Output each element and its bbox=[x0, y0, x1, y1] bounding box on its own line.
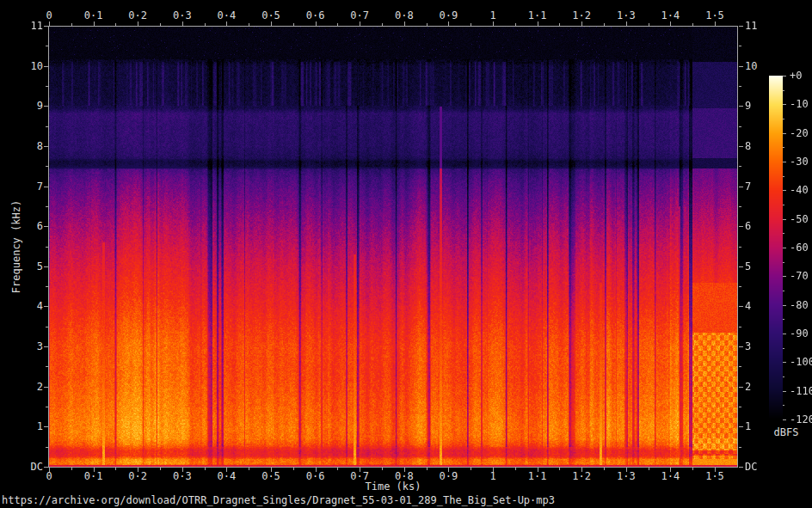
y-tick-label-left: 5 bbox=[7, 261, 43, 272]
x-minor-tick-top bbox=[471, 23, 471, 26]
colorbar-minor-tick bbox=[783, 348, 784, 349]
y-tick-label-right: 3 bbox=[745, 341, 781, 352]
colorbar-tick-label: -50 bbox=[790, 214, 812, 225]
x-tick-label-top: 1·4 bbox=[648, 10, 692, 21]
y-major-tick-left bbox=[44, 266, 48, 267]
colorbar-minor-tick bbox=[783, 405, 784, 406]
x-tick-label-top: 0·1 bbox=[71, 10, 116, 21]
x-tick-label-bottom: 1·1 bbox=[515, 471, 560, 482]
x-tick-label-bottom: 0·4 bbox=[204, 471, 249, 482]
y-tick-label-right: 7 bbox=[745, 181, 781, 193]
x-minor-tick-bottom bbox=[160, 468, 161, 470]
colorbar-tick-label: -120 bbox=[790, 414, 812, 425]
x-tick-label-top: 0·7 bbox=[337, 10, 382, 21]
y-axis-title-wrap: Frequency (kHz) bbox=[5, 26, 28, 467]
plot-frame-left bbox=[48, 26, 49, 468]
x-tick-label-bottom: 1 bbox=[471, 471, 515, 482]
x-minor-tick-top bbox=[427, 23, 428, 26]
colorbar-major-tick bbox=[783, 219, 786, 220]
x-tick-label-top: 1·1 bbox=[515, 10, 560, 21]
x-axis-title: Time (ks) bbox=[49, 481, 737, 493]
y-tick-label-right: 11 bbox=[745, 21, 781, 32]
y-minor-tick-left bbox=[46, 46, 48, 46]
plot-frame-bottom bbox=[49, 467, 738, 468]
y-major-tick-left bbox=[44, 66, 48, 67]
y-major-tick-right bbox=[739, 346, 743, 347]
y-tick-label-left: 7 bbox=[7, 181, 43, 193]
colorbar-minor-tick bbox=[783, 376, 784, 377]
colorbar-minor-tick bbox=[783, 319, 784, 320]
y-minor-tick-right bbox=[739, 166, 741, 167]
colorbar-major-tick bbox=[783, 162, 786, 162]
y-major-tick-right bbox=[739, 467, 743, 468]
x-minor-tick-top bbox=[692, 23, 693, 26]
x-minor-tick-bottom bbox=[293, 468, 294, 470]
y-tick-label-left: 8 bbox=[7, 141, 43, 152]
colorbar-gradient-canvas bbox=[769, 76, 783, 419]
y-minor-tick-left bbox=[46, 126, 48, 127]
x-major-tick-top bbox=[226, 21, 227, 26]
y-major-tick-right bbox=[739, 426, 743, 427]
y-major-tick-left bbox=[44, 426, 48, 427]
x-tick-label-top: 1·2 bbox=[559, 10, 604, 21]
colorbar-minor-tick bbox=[783, 176, 784, 177]
colorbar-minor-tick bbox=[783, 262, 784, 263]
colorbar-minor-tick bbox=[783, 90, 784, 91]
x-major-tick-top bbox=[626, 21, 627, 26]
x-minor-tick-top bbox=[205, 23, 206, 26]
colorbar-major-tick bbox=[783, 76, 786, 77]
y-major-tick-right bbox=[739, 266, 743, 267]
y-minor-tick-left bbox=[46, 286, 48, 287]
x-minor-tick-bottom bbox=[382, 468, 383, 470]
y-minor-tick-left bbox=[46, 166, 48, 167]
colorbar-major-tick bbox=[783, 362, 786, 363]
y-tick-label-left: 1 bbox=[7, 421, 43, 432]
colorbar-major-tick bbox=[783, 391, 786, 392]
colorbar-minor-tick bbox=[783, 291, 784, 291]
y-tick-label-right: 6 bbox=[745, 221, 781, 232]
y-tick-label-left: 11 bbox=[7, 21, 43, 32]
spectrogram-figure: Frequency (kHz) Time (ks) dBFS https://a… bbox=[0, 0, 812, 508]
colorbar-tick-label: -80 bbox=[790, 300, 812, 311]
x-tick-label-bottom: 0·2 bbox=[115, 471, 160, 482]
x-minor-tick-top bbox=[515, 23, 516, 26]
x-minor-tick-bottom bbox=[205, 468, 206, 470]
y-major-tick-right bbox=[739, 387, 743, 388]
x-minor-tick-bottom bbox=[427, 468, 428, 470]
colorbar-tick-label: -60 bbox=[790, 242, 812, 254]
colorbar-major-tick bbox=[783, 334, 786, 334]
y-minor-tick-right bbox=[739, 366, 741, 367]
colorbar-major-tick bbox=[783, 305, 786, 306]
x-major-tick-top bbox=[49, 21, 50, 26]
x-major-tick-top bbox=[316, 21, 317, 26]
y-axis-title: Frequency (kHz) bbox=[10, 199, 22, 292]
y-minor-tick-left bbox=[46, 247, 48, 248]
x-major-tick-top bbox=[271, 21, 272, 26]
x-minor-tick-top bbox=[337, 23, 338, 26]
colorbar-tick-label: -110 bbox=[790, 386, 812, 397]
y-major-tick-left bbox=[44, 306, 48, 307]
y-minor-tick-right bbox=[739, 126, 741, 127]
y-tick-label-left: 4 bbox=[7, 301, 43, 312]
x-minor-tick-top bbox=[249, 23, 249, 26]
colorbar-tick-label: -10 bbox=[790, 99, 812, 110]
x-tick-label-top: 0·6 bbox=[293, 10, 338, 21]
footer-url: https://archive·org/download/OTRR_Dragne… bbox=[2, 495, 555, 506]
x-tick-label-bottom: 0·5 bbox=[249, 471, 293, 482]
x-major-tick-top bbox=[670, 21, 671, 26]
y-tick-label-right: 4 bbox=[745, 301, 781, 312]
y-minor-tick-left bbox=[46, 366, 48, 367]
colorbar-tick-label: -90 bbox=[790, 328, 812, 340]
colorbar-minor-tick bbox=[783, 147, 784, 148]
x-tick-label-top: 1 bbox=[471, 10, 515, 21]
x-minor-tick-top bbox=[559, 23, 560, 26]
x-minor-tick-top bbox=[115, 23, 116, 26]
x-minor-tick-bottom bbox=[115, 468, 116, 470]
y-minor-tick-left bbox=[46, 327, 48, 327]
x-tick-label-top: 0·4 bbox=[204, 10, 249, 21]
y-major-tick-left bbox=[44, 467, 48, 468]
x-major-tick-top bbox=[581, 21, 582, 26]
x-minor-tick-bottom bbox=[471, 468, 471, 470]
x-tick-label-bottom: 1·4 bbox=[648, 471, 692, 482]
colorbar-major-tick bbox=[783, 104, 786, 105]
